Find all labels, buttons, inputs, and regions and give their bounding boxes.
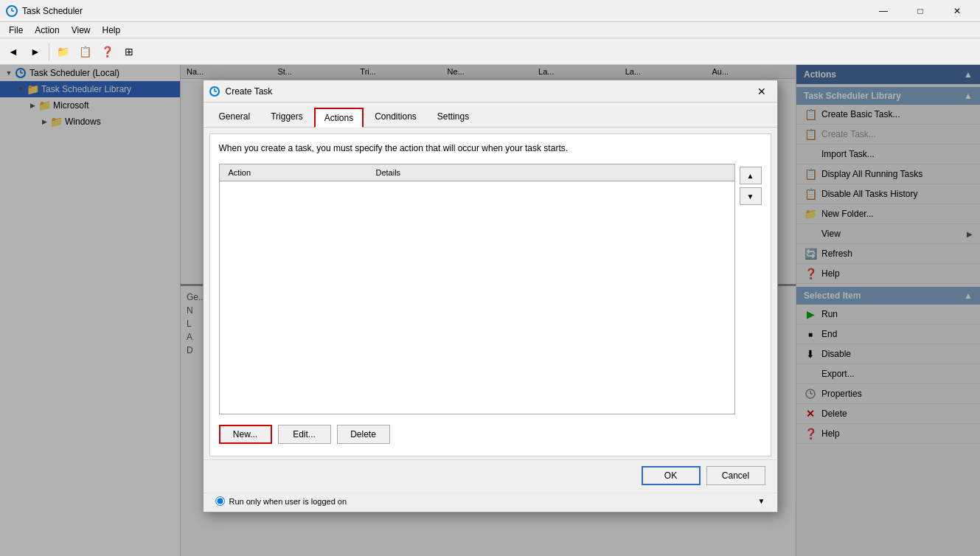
logon-radio-label: Run only when user is logged on <box>229 497 347 506</box>
action-crud-buttons: New... Edit... Delete <box>219 422 762 447</box>
col-header-details: Details <box>367 167 410 178</box>
move-down-button[interactable]: ▼ <box>740 187 762 205</box>
menu-view[interactable]: View <box>66 24 97 37</box>
delete-action-button[interactable]: Delete <box>337 425 390 444</box>
col-header-action: Action <box>220 167 367 178</box>
title-bar: Task Scheduler — □ ✕ <box>0 0 980 22</box>
toolbar-separator-1 <box>49 43 49 60</box>
toolbar-forward-button[interactable]: ► <box>25 41 46 62</box>
cancel-button[interactable]: Cancel <box>706 466 765 485</box>
dialog-description: When you create a task, you must specify… <box>219 143 762 153</box>
toolbar-folder-button[interactable]: 📁 <box>52 41 73 62</box>
close-button[interactable]: ✕ <box>940 0 974 22</box>
main-layout: ▼ Task Scheduler (Local) ▼ 📁 Task Schedu… <box>0 65 980 556</box>
footer-dropdown-arrow: ▼ <box>758 497 765 505</box>
move-up-button[interactable]: ▲ <box>740 167 762 184</box>
menu-action[interactable]: Action <box>29 24 65 37</box>
toolbar-grid-button[interactable]: ⊞ <box>119 41 139 62</box>
new-action-button[interactable]: New... <box>219 425 272 444</box>
dialog-tab-bar: General Triggers Actions Conditions Sett… <box>204 102 777 128</box>
minimize-button[interactable]: — <box>866 0 900 22</box>
app-title: Task Scheduler <box>22 6 866 16</box>
dialog-footer-row: Run only when user is logged on ▼ <box>204 493 777 512</box>
edit-action-button[interactable]: Edit... <box>278 425 331 444</box>
tab-actions[interactable]: Actions <box>314 108 364 128</box>
dialog-ok-cancel: OK Cancel <box>204 459 777 493</box>
tab-settings[interactable]: Settings <box>428 107 479 127</box>
ok-button[interactable]: OK <box>642 466 701 485</box>
dialog-title: Create Task <box>226 86 752 97</box>
create-task-dialog: Create Task ✕ General Triggers Actions C… <box>203 80 778 512</box>
window-controls: — □ ✕ <box>866 0 974 22</box>
dialog-titlebar: Create Task ✕ <box>204 80 777 102</box>
dialog-body: When you create a task, you must specify… <box>209 133 771 456</box>
actions-content-area: Action Details ▲ ▼ <box>219 164 762 414</box>
updown-controls: ▲ ▼ <box>740 164 762 414</box>
table-column-headers: Action Details <box>220 164 734 181</box>
toolbar-back-button[interactable]: ◄ <box>3 41 24 62</box>
menu-file[interactable]: File <box>3 24 29 37</box>
dialog-app-icon <box>209 86 221 97</box>
menu-bar: File Action View Help <box>0 22 980 38</box>
toolbar-help-button[interactable]: ❓ <box>97 41 117 62</box>
table-body <box>220 181 734 411</box>
toolbar-task-button[interactable]: 📋 <box>74 41 95 62</box>
maximize-button[interactable]: □ <box>903 0 937 22</box>
app-icon <box>6 5 18 17</box>
tab-conditions[interactable]: Conditions <box>365 107 426 127</box>
toolbar: ◄ ► 📁 📋 ❓ ⊞ <box>0 38 980 65</box>
logon-radio[interactable] <box>215 496 225 506</box>
tab-triggers[interactable]: Triggers <box>261 107 313 127</box>
actions-table-outer: Action Details <box>219 164 735 414</box>
tab-general[interactable]: General <box>209 107 260 127</box>
dialog-close-button[interactable]: ✕ <box>752 83 771 100</box>
modal-overlay: Create Task ✕ General Triggers Actions C… <box>0 65 980 556</box>
menu-help[interactable]: Help <box>97 24 127 37</box>
